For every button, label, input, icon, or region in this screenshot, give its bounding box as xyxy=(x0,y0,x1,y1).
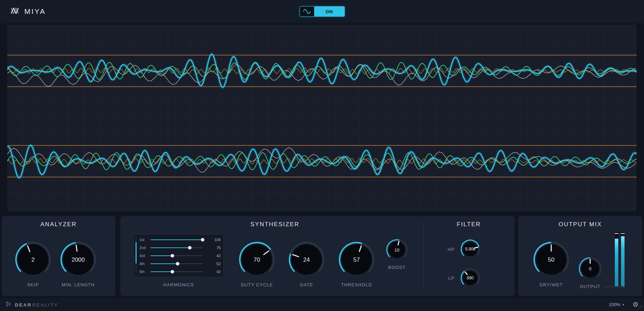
harmonics-box: 1st1002nd753rd424th525th42 xyxy=(133,234,224,277)
min-length-knob[interactable]: 2000 xyxy=(60,242,96,278)
settings-gear-icon[interactable]: ⚙ xyxy=(633,301,638,308)
harmonic-slider-handle[interactable] xyxy=(171,270,174,273)
filter-title: FILTER xyxy=(457,221,481,228)
harmonic-slider[interactable] xyxy=(150,263,203,264)
harmonic-value: 75 xyxy=(211,246,221,250)
power-toggle-state: ON xyxy=(315,7,344,16)
synthesizer-title: SYNTHESIZER xyxy=(250,221,299,228)
gate-knob-label: GATE xyxy=(282,282,331,287)
resize-grip[interactable] xyxy=(638,304,643,310)
svg-text:50: 50 xyxy=(548,256,555,263)
harmonic-row-1st: 1st100 xyxy=(139,236,221,243)
svg-text:2: 2 xyxy=(31,256,34,263)
harmonic-label: 2nd xyxy=(139,246,150,250)
dear-reality-logo-icon xyxy=(6,301,12,309)
synthesizer-panel: SYNTHESIZER 1st1002nd753rd424th525th42 H… xyxy=(120,216,515,296)
lp-filter-knob[interactable]: 890 xyxy=(460,268,480,288)
output-mix-title: OUTPUT MIX xyxy=(518,221,642,228)
skip-knob[interactable]: 2 xyxy=(15,242,51,278)
brand: MIYA xyxy=(10,6,46,17)
harmonic-row-5th: 5th42 xyxy=(139,268,221,275)
harmonic-slider-handle[interactable] xyxy=(201,238,204,242)
harmonic-value: 42 xyxy=(211,270,221,274)
gate-knob[interactable]: 24 xyxy=(288,242,325,278)
harmonic-value: 42 xyxy=(211,254,221,258)
boost-knob[interactable]: 10 xyxy=(386,239,408,261)
harmonic-slider-handle[interactable] xyxy=(171,254,174,257)
boost-knob-label: BOOST xyxy=(373,265,421,270)
chevron-down-icon: ▾ xyxy=(622,303,624,306)
harmonic-slider-handle[interactable] xyxy=(188,246,191,249)
app-title: MIYA xyxy=(24,7,46,16)
threshold-knob-label: THRESHOLD xyxy=(332,282,381,287)
dry-wet-knob[interactable]: 50 xyxy=(533,242,569,278)
svg-text:2000: 2000 xyxy=(72,256,85,263)
brand-light-text: REALITY xyxy=(32,302,58,308)
harmonic-slider[interactable] xyxy=(150,239,203,240)
duty-cycle-knob[interactable]: 70 xyxy=(239,242,275,278)
svg-text:5.90k: 5.90k xyxy=(465,247,475,252)
level-meter-2 xyxy=(621,232,625,286)
harmonic-row-4th: 4th52 xyxy=(139,260,221,267)
min-length-knob-label: MIN. LENGTH xyxy=(54,282,103,287)
waveform-channel-1 xyxy=(7,38,637,104)
harmonic-row-3rd: 3rd42 xyxy=(139,252,221,259)
harmonics-scrollbar-thumb[interactable] xyxy=(136,242,137,263)
waveform-icon xyxy=(300,7,315,16)
analyzer-title: ANALYZER xyxy=(2,221,115,228)
harmonic-value: 100 xyxy=(211,238,221,242)
output-mix-panel: OUTPUT MIX 50 DRY/WET 0 OUTPUT xyxy=(518,216,642,296)
harmonics-scrollbar[interactable] xyxy=(136,238,137,273)
harmonic-label: 3rd xyxy=(139,254,150,258)
output-knob[interactable]: 0 xyxy=(578,257,602,280)
power-toggle[interactable]: ON xyxy=(300,6,345,17)
svg-text:890: 890 xyxy=(467,276,474,280)
hp-knob-label: HP xyxy=(434,247,455,252)
zoom-control[interactable]: 100% ▾ xyxy=(609,302,624,307)
harmonic-label: 1st xyxy=(139,238,150,242)
harmonic-slider[interactable] xyxy=(150,271,203,272)
harmonic-label: 4th xyxy=(139,262,150,266)
dear-reality-brand: DEARREALITY xyxy=(6,301,58,309)
harmonics-label: HARMONICS xyxy=(154,282,203,287)
svg-text:0: 0 xyxy=(589,266,591,271)
waveform-display xyxy=(7,24,637,212)
lp-knob-label: LP xyxy=(434,276,455,281)
svg-text:24: 24 xyxy=(303,256,310,263)
harmonic-slider-handle[interactable] xyxy=(176,262,179,265)
duty-cycle-knob-label: DUTY CYCLE xyxy=(233,282,281,287)
harmonic-value: 52 xyxy=(211,262,221,266)
miya-logo-icon xyxy=(10,6,20,17)
level-meter-1 xyxy=(615,232,618,286)
threshold-knob[interactable]: 57 xyxy=(339,242,375,278)
section-divider xyxy=(423,222,424,290)
harmonic-slider[interactable] xyxy=(150,247,203,248)
hp-filter-knob[interactable]: 5.90k xyxy=(460,239,480,259)
brand-bold-text: DEAR xyxy=(15,302,32,308)
output-range-indicator xyxy=(604,287,624,287)
status-bar: DEARREALITY 100% ▾ ⚙ xyxy=(0,298,644,311)
svg-text:57: 57 xyxy=(353,256,360,263)
skip-knob-label: SKIP xyxy=(9,282,57,287)
zoom-value: 100% xyxy=(609,302,620,307)
harmonic-label: 5th xyxy=(139,270,150,274)
harmonic-slider[interactable] xyxy=(150,255,203,256)
harmonic-row-2nd: 2nd75 xyxy=(139,244,221,251)
svg-text:10: 10 xyxy=(394,247,399,253)
analyzer-panel: ANALYZER 2 SKIP 2000 MIN. LENGTH xyxy=(2,216,115,296)
waveform-channel-2 xyxy=(7,128,637,194)
top-bar: MIYA ON xyxy=(0,0,644,23)
output-level-meters xyxy=(615,232,625,286)
svg-text:70: 70 xyxy=(254,256,260,263)
